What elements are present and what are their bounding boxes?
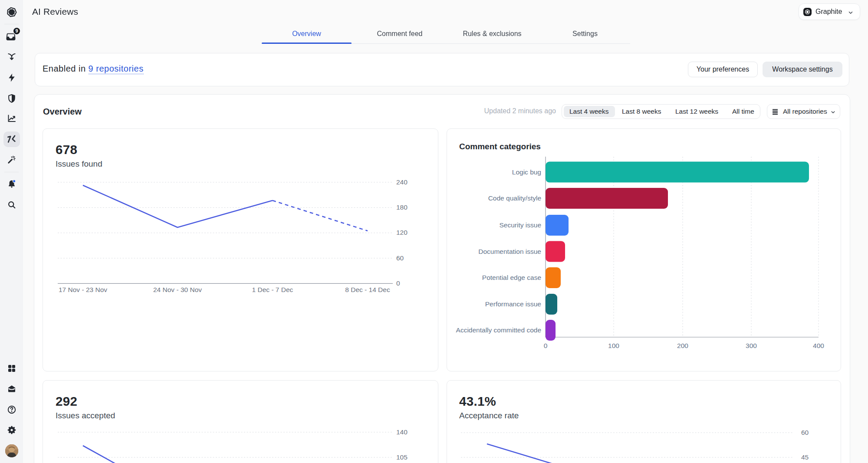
svg-text:Accidentally committed code: Accidentally committed code (456, 326, 541, 334)
svg-text:200: 200 (677, 342, 688, 349)
svg-text:180: 180 (396, 204, 408, 211)
svg-text:Potential edge case: Potential edge case (482, 274, 541, 281)
svg-text:Performance issue: Performance issue (485, 300, 541, 308)
svg-text:Security issue: Security issue (500, 221, 541, 229)
svg-text:60: 60 (801, 429, 809, 436)
svg-text:1 Dec - 7 Dec: 1 Dec - 7 Dec (252, 286, 293, 293)
svg-text:240: 240 (396, 178, 408, 186)
svg-text:0: 0 (544, 342, 548, 349)
svg-text:45: 45 (801, 453, 809, 461)
svg-text:Code quality/style: Code quality/style (488, 194, 541, 202)
svg-text:Logic bug: Logic bug (512, 168, 541, 176)
svg-text:100: 100 (608, 342, 619, 349)
svg-text:140: 140 (396, 428, 408, 436)
svg-text:8 Dec - 14 Dec: 8 Dec - 14 Dec (345, 286, 390, 293)
svg-text:60: 60 (396, 254, 404, 262)
svg-text:400: 400 (813, 342, 824, 349)
svg-text:105: 105 (396, 453, 408, 461)
svg-text:120: 120 (396, 229, 408, 236)
svg-text:17 Nov - 23 Nov: 17 Nov - 23 Nov (59, 286, 107, 293)
svg-text:0: 0 (396, 279, 400, 287)
svg-text:Documentation issue: Documentation issue (478, 248, 541, 255)
svg-text:24 Nov - 30 Nov: 24 Nov - 30 Nov (153, 286, 202, 293)
svg-text:300: 300 (746, 342, 757, 349)
